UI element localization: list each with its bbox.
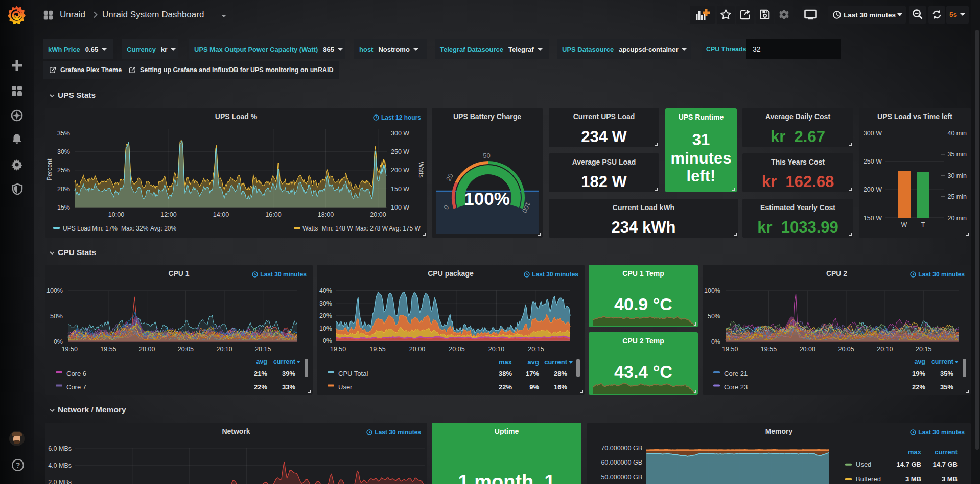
svg-text:0%: 0% (54, 338, 63, 345)
svg-text:Used: Used (856, 460, 871, 468)
svg-text:Percent: Percent (46, 158, 53, 181)
svg-text:200 W: 200 W (864, 186, 882, 193)
svg-text:20:00: 20:00 (139, 345, 155, 353)
svg-text:Core 7: Core 7 (66, 383, 86, 391)
svg-text:40 min: 40 min (947, 130, 967, 137)
svg-text:12:00: 12:00 (160, 211, 176, 218)
svg-text:20:15: 20:15 (916, 345, 931, 353)
svg-text:20:00: 20:00 (370, 211, 386, 218)
svg-text:20%: 20% (319, 312, 332, 319)
svg-text:current: current (544, 358, 567, 366)
svg-text:20:00: 20:00 (800, 345, 815, 353)
svg-text:17%: 17% (526, 370, 539, 377)
svg-text:100%: 100% (464, 189, 510, 209)
svg-text:22%: 22% (499, 383, 512, 391)
svg-text:16%: 16% (554, 383, 567, 391)
svg-text:18:00: 18:00 (318, 211, 334, 218)
svg-text:CPU Total: CPU Total (338, 370, 368, 377)
svg-text:14:00: 14:00 (213, 211, 229, 218)
svg-text:20:10: 20:10 (488, 345, 504, 353)
svg-text:30%: 30% (57, 148, 70, 155)
svg-text:19:55: 19:55 (369, 345, 385, 353)
svg-text:current: current (935, 448, 958, 456)
svg-text:250 W: 250 W (391, 148, 409, 155)
svg-text:10%: 10% (319, 325, 332, 332)
svg-text:50: 50 (483, 152, 490, 159)
svg-text:UPS Load: UPS Load (63, 225, 91, 232)
svg-text:Core 6: Core 6 (66, 370, 86, 377)
svg-text:19%: 19% (912, 370, 925, 377)
svg-text:100 W: 100 W (391, 204, 409, 211)
svg-text:avg: avg (256, 358, 267, 365)
svg-text:Avg: 175 W: Avg: 175 W (389, 225, 421, 232)
svg-text:35%: 35% (940, 370, 953, 377)
svg-text:50.000000 GB: 50.000000 GB (601, 474, 642, 481)
svg-text:Max: 278 W: Max: 278 W (355, 225, 388, 232)
svg-text:33%: 33% (282, 383, 295, 391)
svg-text:21%: 21% (254, 370, 267, 377)
svg-text:16:00: 16:00 (265, 211, 281, 218)
svg-text:3 MB: 3 MB (905, 475, 921, 483)
svg-text:50%: 50% (708, 313, 720, 320)
svg-text:20: 20 (445, 172, 455, 182)
svg-text:38%: 38% (499, 370, 512, 377)
svg-text:Max: 32%: Max: 32% (121, 225, 149, 232)
svg-text:35%: 35% (57, 130, 70, 137)
svg-text:9%: 9% (529, 383, 539, 391)
svg-text:Watts: Watts (417, 162, 425, 177)
svg-text:19:50: 19:50 (330, 345, 346, 353)
svg-text:19:55: 19:55 (761, 345, 777, 353)
svg-text:14.7 GB: 14.7 GB (897, 460, 921, 468)
svg-text:25%: 25% (57, 167, 70, 174)
svg-text:T: T (921, 221, 925, 228)
svg-text:15%: 15% (57, 204, 70, 211)
svg-text:20:00: 20:00 (409, 345, 425, 353)
svg-text:35 min: 35 min (947, 151, 967, 158)
svg-text:Core 23: Core 23 (724, 383, 748, 391)
svg-text:Min: 148 W: Min: 148 W (322, 225, 353, 232)
svg-text:User: User (338, 383, 353, 391)
svg-text:Avg: 20%: Avg: 20% (150, 225, 176, 232)
svg-text:6.0 MBs: 6.0 MBs (48, 445, 72, 452)
svg-text:avg: avg (914, 358, 925, 365)
svg-text:100%: 100% (46, 287, 63, 294)
svg-text:22%: 22% (254, 383, 267, 391)
svg-text:25 min: 25 min (947, 193, 967, 200)
svg-text:Buffered: Buffered (856, 475, 881, 483)
svg-text:60.000000 GB: 60.000000 GB (601, 459, 642, 466)
svg-text:max: max (499, 358, 512, 366)
svg-text:19:50: 19:50 (62, 345, 78, 353)
svg-text:30%: 30% (319, 300, 332, 307)
svg-text:20:15: 20:15 (255, 345, 271, 353)
svg-text:avg: avg (528, 358, 539, 366)
svg-text:19:55: 19:55 (100, 345, 116, 353)
svg-text:Watts: Watts (302, 225, 318, 232)
svg-text:Core 21: Core 21 (724, 370, 748, 377)
svg-text:300 W: 300 W (864, 130, 882, 137)
svg-text:W: W (901, 221, 907, 228)
svg-text:?: ? (16, 461, 20, 469)
svg-text:20 min: 20 min (947, 215, 967, 222)
svg-text:50%: 50% (50, 313, 63, 320)
svg-text:20:05: 20:05 (449, 345, 464, 353)
svg-text:14.7 GB: 14.7 GB (933, 460, 958, 468)
svg-text:3 MB: 3 MB (942, 475, 958, 483)
svg-text:20:05: 20:05 (838, 345, 854, 353)
svg-text:250 W: 250 W (864, 158, 882, 165)
svg-text:39%: 39% (282, 370, 295, 377)
svg-text:max: max (908, 448, 922, 456)
svg-text:20:05: 20:05 (178, 345, 194, 353)
svg-text:0%: 0% (711, 338, 720, 345)
svg-text:2.0 MBs: 2.0 MBs (48, 479, 72, 484)
svg-text:70.000000 GB: 70.000000 GB (601, 445, 642, 452)
svg-text:300 W: 300 W (391, 130, 409, 137)
svg-text:20:15: 20:15 (528, 345, 544, 353)
svg-text:0%: 0% (323, 337, 332, 344)
svg-text:4.0 MBs: 4.0 MBs (48, 462, 72, 469)
svg-text:100%: 100% (704, 287, 720, 294)
svg-text:150 W: 150 W (864, 215, 882, 222)
svg-text:19:50: 19:50 (722, 345, 738, 353)
svg-text:200 W: 200 W (391, 167, 409, 174)
svg-text:20:10: 20:10 (216, 345, 232, 353)
svg-text:150 W: 150 W (391, 186, 409, 193)
